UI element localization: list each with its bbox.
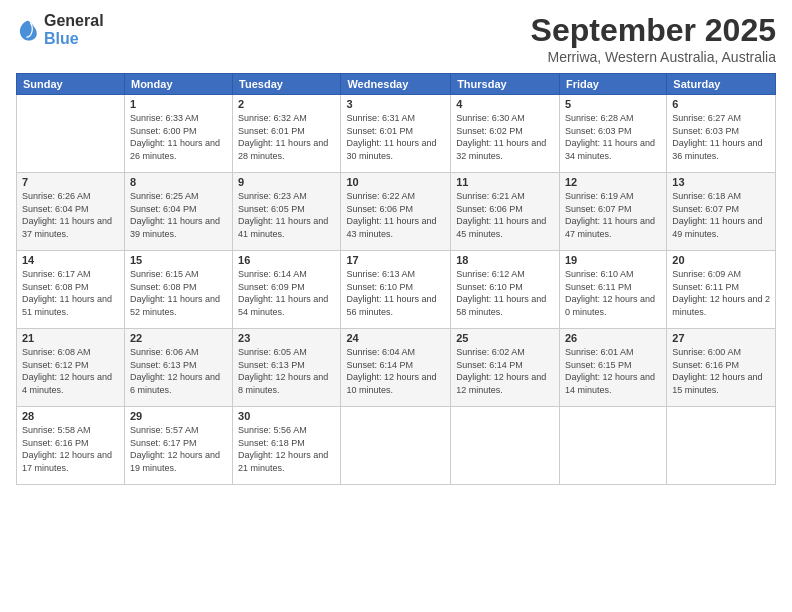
day-number: 27 [672, 332, 770, 344]
calendar-cell: 8Sunrise: 6:25 AM Sunset: 6:04 PM Daylig… [124, 173, 232, 251]
calendar-cell: 25Sunrise: 6:02 AM Sunset: 6:14 PM Dayli… [451, 329, 560, 407]
calendar-cell: 23Sunrise: 6:05 AM Sunset: 6:13 PM Dayli… [233, 329, 341, 407]
day-info: Sunrise: 6:27 AM Sunset: 6:03 PM Dayligh… [672, 112, 770, 162]
calendar-cell: 1Sunrise: 6:33 AM Sunset: 6:00 PM Daylig… [124, 95, 232, 173]
day-number: 20 [672, 254, 770, 266]
day-info: Sunrise: 6:25 AM Sunset: 6:04 PM Dayligh… [130, 190, 227, 240]
calendar-week-4: 21Sunrise: 6:08 AM Sunset: 6:12 PM Dayli… [17, 329, 776, 407]
day-info: Sunrise: 6:04 AM Sunset: 6:14 PM Dayligh… [346, 346, 445, 396]
calendar-cell: 19Sunrise: 6:10 AM Sunset: 6:11 PM Dayli… [559, 251, 666, 329]
calendar-cell: 17Sunrise: 6:13 AM Sunset: 6:10 PM Dayli… [341, 251, 451, 329]
calendar-cell: 26Sunrise: 6:01 AM Sunset: 6:15 PM Dayli… [559, 329, 666, 407]
calendar-cell: 3Sunrise: 6:31 AM Sunset: 6:01 PM Daylig… [341, 95, 451, 173]
day-number: 4 [456, 98, 554, 110]
calendar-cell: 30Sunrise: 5:56 AM Sunset: 6:18 PM Dayli… [233, 407, 341, 485]
day-number: 12 [565, 176, 661, 188]
day-number: 16 [238, 254, 335, 266]
calendar-cell: 29Sunrise: 5:57 AM Sunset: 6:17 PM Dayli… [124, 407, 232, 485]
month-title: September 2025 [531, 12, 776, 49]
day-info: Sunrise: 6:02 AM Sunset: 6:14 PM Dayligh… [456, 346, 554, 396]
title-area: September 2025 Merriwa, Western Australi… [531, 12, 776, 65]
day-number: 23 [238, 332, 335, 344]
day-number: 22 [130, 332, 227, 344]
day-info: Sunrise: 6:21 AM Sunset: 6:06 PM Dayligh… [456, 190, 554, 240]
day-number: 26 [565, 332, 661, 344]
logo-blue: Blue [44, 30, 79, 47]
day-info: Sunrise: 6:09 AM Sunset: 6:11 PM Dayligh… [672, 268, 770, 318]
calendar-cell [667, 407, 776, 485]
day-info: Sunrise: 6:12 AM Sunset: 6:10 PM Dayligh… [456, 268, 554, 318]
calendar-cell: 15Sunrise: 6:15 AM Sunset: 6:08 PM Dayli… [124, 251, 232, 329]
weekday-header-sunday: Sunday [17, 74, 125, 95]
day-info: Sunrise: 6:22 AM Sunset: 6:06 PM Dayligh… [346, 190, 445, 240]
calendar-cell: 14Sunrise: 6:17 AM Sunset: 6:08 PM Dayli… [17, 251, 125, 329]
calendar-week-3: 14Sunrise: 6:17 AM Sunset: 6:08 PM Dayli… [17, 251, 776, 329]
day-number: 6 [672, 98, 770, 110]
day-info: Sunrise: 6:17 AM Sunset: 6:08 PM Dayligh… [22, 268, 119, 318]
day-number: 7 [22, 176, 119, 188]
day-info: Sunrise: 6:19 AM Sunset: 6:07 PM Dayligh… [565, 190, 661, 240]
calendar-cell: 7Sunrise: 6:26 AM Sunset: 6:04 PM Daylig… [17, 173, 125, 251]
day-number: 28 [22, 410, 119, 422]
day-info: Sunrise: 6:26 AM Sunset: 6:04 PM Dayligh… [22, 190, 119, 240]
day-number: 9 [238, 176, 335, 188]
calendar-cell [559, 407, 666, 485]
weekday-header-row: SundayMondayTuesdayWednesdayThursdayFrid… [17, 74, 776, 95]
page: General Blue September 2025 Merriwa, Wes… [0, 0, 792, 612]
calendar-cell: 5Sunrise: 6:28 AM Sunset: 6:03 PM Daylig… [559, 95, 666, 173]
logo: General Blue [16, 12, 104, 48]
day-info: Sunrise: 5:57 AM Sunset: 6:17 PM Dayligh… [130, 424, 227, 474]
calendar-week-5: 28Sunrise: 5:58 AM Sunset: 6:16 PM Dayli… [17, 407, 776, 485]
logo-text: General Blue [44, 12, 104, 48]
day-number: 17 [346, 254, 445, 266]
day-number: 13 [672, 176, 770, 188]
day-number: 2 [238, 98, 335, 110]
day-info: Sunrise: 6:01 AM Sunset: 6:15 PM Dayligh… [565, 346, 661, 396]
calendar-cell: 22Sunrise: 6:06 AM Sunset: 6:13 PM Dayli… [124, 329, 232, 407]
day-info: Sunrise: 6:18 AM Sunset: 6:07 PM Dayligh… [672, 190, 770, 240]
day-info: Sunrise: 6:32 AM Sunset: 6:01 PM Dayligh… [238, 112, 335, 162]
calendar-cell: 9Sunrise: 6:23 AM Sunset: 6:05 PM Daylig… [233, 173, 341, 251]
calendar-cell: 10Sunrise: 6:22 AM Sunset: 6:06 PM Dayli… [341, 173, 451, 251]
weekday-header-tuesday: Tuesday [233, 74, 341, 95]
day-info: Sunrise: 6:06 AM Sunset: 6:13 PM Dayligh… [130, 346, 227, 396]
day-info: Sunrise: 6:05 AM Sunset: 6:13 PM Dayligh… [238, 346, 335, 396]
weekday-header-friday: Friday [559, 74, 666, 95]
day-info: Sunrise: 6:10 AM Sunset: 6:11 PM Dayligh… [565, 268, 661, 318]
weekday-header-wednesday: Wednesday [341, 74, 451, 95]
day-info: Sunrise: 6:23 AM Sunset: 6:05 PM Dayligh… [238, 190, 335, 240]
day-number: 30 [238, 410, 335, 422]
day-number: 3 [346, 98, 445, 110]
day-info: Sunrise: 6:28 AM Sunset: 6:03 PM Dayligh… [565, 112, 661, 162]
calendar-cell: 12Sunrise: 6:19 AM Sunset: 6:07 PM Dayli… [559, 173, 666, 251]
day-number: 8 [130, 176, 227, 188]
day-info: Sunrise: 6:08 AM Sunset: 6:12 PM Dayligh… [22, 346, 119, 396]
calendar-cell [341, 407, 451, 485]
day-number: 10 [346, 176, 445, 188]
day-number: 18 [456, 254, 554, 266]
calendar-cell: 13Sunrise: 6:18 AM Sunset: 6:07 PM Dayli… [667, 173, 776, 251]
calendar-cell: 21Sunrise: 6:08 AM Sunset: 6:12 PM Dayli… [17, 329, 125, 407]
calendar-cell: 11Sunrise: 6:21 AM Sunset: 6:06 PM Dayli… [451, 173, 560, 251]
day-info: Sunrise: 5:58 AM Sunset: 6:16 PM Dayligh… [22, 424, 119, 474]
day-info: Sunrise: 6:33 AM Sunset: 6:00 PM Dayligh… [130, 112, 227, 162]
day-number: 25 [456, 332, 554, 344]
weekday-header-saturday: Saturday [667, 74, 776, 95]
calendar-cell: 18Sunrise: 6:12 AM Sunset: 6:10 PM Dayli… [451, 251, 560, 329]
day-info: Sunrise: 6:31 AM Sunset: 6:01 PM Dayligh… [346, 112, 445, 162]
weekday-header-monday: Monday [124, 74, 232, 95]
calendar-cell: 27Sunrise: 6:00 AM Sunset: 6:16 PM Dayli… [667, 329, 776, 407]
calendar-cell: 4Sunrise: 6:30 AM Sunset: 6:02 PM Daylig… [451, 95, 560, 173]
header-area: General Blue September 2025 Merriwa, Wes… [16, 12, 776, 65]
day-number: 11 [456, 176, 554, 188]
day-info: Sunrise: 6:15 AM Sunset: 6:08 PM Dayligh… [130, 268, 227, 318]
calendar-cell [451, 407, 560, 485]
location-title: Merriwa, Western Australia, Australia [531, 49, 776, 65]
day-number: 24 [346, 332, 445, 344]
calendar-cell: 20Sunrise: 6:09 AM Sunset: 6:11 PM Dayli… [667, 251, 776, 329]
day-number: 21 [22, 332, 119, 344]
calendar-week-2: 7Sunrise: 6:26 AM Sunset: 6:04 PM Daylig… [17, 173, 776, 251]
calendar-cell: 2Sunrise: 6:32 AM Sunset: 6:01 PM Daylig… [233, 95, 341, 173]
weekday-header-thursday: Thursday [451, 74, 560, 95]
day-number: 15 [130, 254, 227, 266]
